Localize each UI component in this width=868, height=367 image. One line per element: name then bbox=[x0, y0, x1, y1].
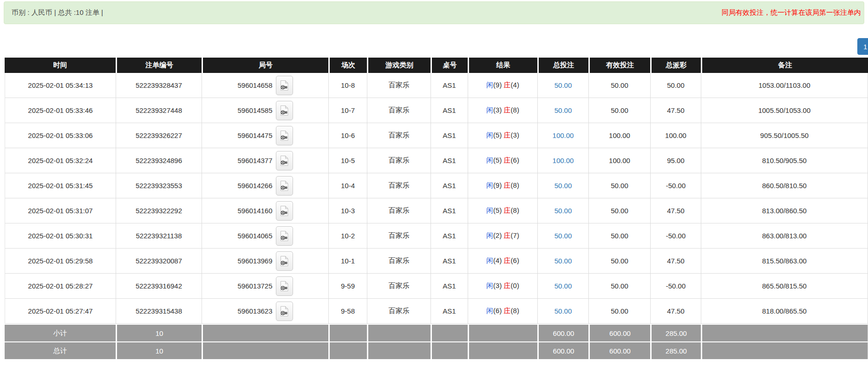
round-number-group: 596014377 bbox=[204, 151, 326, 170]
bet-record-row: 2025-02-01 05:34:13522239328437596014658… bbox=[5, 73, 868, 98]
cell-game-type: 百家乐 bbox=[367, 198, 431, 223]
subtotal-total-bet: 600.00 bbox=[537, 324, 588, 341]
cell-table-number: AS1 bbox=[431, 299, 468, 324]
cell-bet-number: 522239327448 bbox=[116, 98, 202, 123]
cell-total-payout: 47.50 bbox=[650, 98, 701, 123]
cell-total-bet: 50.00 bbox=[537, 98, 588, 123]
round-number-value: 596014266 bbox=[237, 182, 272, 190]
round-number-group: 596014160 bbox=[204, 201, 326, 221]
cell-total-bet: 50.00 bbox=[537, 299, 588, 324]
total-bet-link[interactable]: 50.00 bbox=[555, 81, 572, 89]
cell-time: 2025-02-01 05:33:46 bbox=[5, 98, 116, 123]
video-replay-button[interactable] bbox=[276, 101, 293, 120]
cell-round-number: 596013623 bbox=[202, 299, 328, 324]
cell-total-bet: 50.00 bbox=[537, 198, 588, 223]
bet-records-table: 时间注单编号局号场次游戏类别桌号结果总投注有效投注总派彩备注 2025-02-0… bbox=[5, 58, 868, 359]
cell-valid-bet: 100.00 bbox=[588, 123, 650, 148]
cell-bet-number: 522239321138 bbox=[116, 223, 202, 249]
cell-result: 闲(5) 庄(3) bbox=[468, 123, 537, 148]
column-header-total-bet: 总投注 bbox=[537, 58, 588, 73]
cell-total-payout: -50.00 bbox=[650, 274, 701, 299]
total-bet-link[interactable]: 100.00 bbox=[553, 131, 574, 139]
video-file-icon bbox=[280, 130, 289, 141]
result-player-score: (6) bbox=[493, 307, 502, 315]
result-player-label: 闲 bbox=[486, 106, 493, 114]
cell-bet-number: 522239322292 bbox=[116, 198, 202, 223]
total-bet-link[interactable]: 50.00 bbox=[555, 207, 572, 215]
column-header-table-number: 桌号 bbox=[431, 58, 468, 73]
cell-round-number: 596014585 bbox=[202, 98, 328, 123]
cell-game-type: 百家乐 bbox=[367, 148, 431, 173]
subtotal-empty-table-number bbox=[431, 324, 468, 341]
video-file-icon bbox=[280, 80, 289, 91]
cell-time: 2025-02-01 05:32:24 bbox=[5, 148, 116, 173]
video-replay-button[interactable] bbox=[276, 126, 293, 145]
total-bet-link[interactable]: 50.00 bbox=[555, 232, 572, 240]
result-banker-label: 庄 bbox=[504, 156, 511, 164]
column-header-total-payout: 总派彩 bbox=[650, 58, 701, 73]
cell-total-bet: 50.00 bbox=[537, 249, 588, 274]
currency-summary-text: 币别 : 人民币 | 总共 :10 注单 | bbox=[12, 8, 103, 17]
result-player-label: 闲 bbox=[486, 81, 493, 89]
result-player-score: (5) bbox=[493, 156, 502, 164]
result-banker-score: (6) bbox=[511, 256, 519, 264]
result-player-label: 闲 bbox=[486, 131, 493, 139]
video-replay-button[interactable] bbox=[276, 76, 293, 95]
round-number-group: 596014065 bbox=[204, 226, 326, 246]
cell-remark: 865.50/815.50 bbox=[701, 274, 868, 299]
result-player-score: (3) bbox=[493, 282, 502, 289]
video-replay-button[interactable] bbox=[276, 251, 293, 271]
column-header-time: 时间 bbox=[5, 58, 116, 73]
result-banker-score: (7) bbox=[511, 231, 519, 239]
cell-remark: 813.00/860.50 bbox=[701, 198, 868, 223]
cell-round-number: 596013969 bbox=[202, 249, 328, 274]
total-bet-link[interactable]: 50.00 bbox=[555, 282, 572, 290]
video-replay-button[interactable] bbox=[276, 201, 293, 221]
cell-bet-number: 522239315438 bbox=[116, 299, 202, 324]
column-header-session: 场次 bbox=[328, 58, 367, 73]
cell-session: 9-58 bbox=[328, 299, 367, 324]
round-number-group: 596014475 bbox=[204, 126, 326, 145]
result-player-label: 闲 bbox=[486, 181, 493, 189]
video-replay-button[interactable] bbox=[276, 151, 293, 170]
round-number-group: 596013623 bbox=[204, 301, 326, 321]
video-replay-button[interactable] bbox=[276, 276, 293, 296]
round-number-group: 596013725 bbox=[204, 276, 326, 296]
cell-total-bet: 50.00 bbox=[537, 73, 588, 98]
bet-record-row: 2025-02-01 05:28:27522239316942596013725… bbox=[5, 274, 868, 299]
cell-total-bet: 50.00 bbox=[537, 173, 588, 198]
total-bet-link[interactable]: 50.00 bbox=[555, 106, 572, 114]
cell-total-payout: 50.00 bbox=[650, 73, 701, 98]
cell-session: 10-8 bbox=[328, 73, 367, 98]
cell-round-number: 596014658 bbox=[202, 73, 328, 98]
cell-game-type: 百家乐 bbox=[367, 123, 431, 148]
total-bet-link[interactable]: 50.00 bbox=[555, 257, 572, 265]
video-replay-button[interactable] bbox=[276, 176, 293, 196]
total-bet-link[interactable]: 50.00 bbox=[555, 307, 572, 315]
cell-session: 10-7 bbox=[328, 98, 367, 123]
cell-result: 闲(9) 庄(4) bbox=[468, 73, 537, 98]
cell-session: 10-2 bbox=[328, 223, 367, 249]
result-banker-label: 庄 bbox=[504, 307, 511, 315]
cell-game-type: 百家乐 bbox=[367, 173, 431, 198]
column-header-remark: 备注 bbox=[701, 58, 868, 73]
round-number-group: 596014585 bbox=[204, 101, 326, 120]
total-empty-remark bbox=[701, 341, 868, 359]
bet-record-row: 2025-02-01 05:32:24522239324896596014377… bbox=[5, 148, 868, 173]
cell-game-type: 百家乐 bbox=[367, 223, 431, 249]
video-replay-button[interactable] bbox=[276, 226, 293, 246]
round-number-value: 596013969 bbox=[237, 257, 272, 265]
result-banker-label: 庄 bbox=[504, 106, 511, 114]
pagination-page-1-button[interactable]: 1 bbox=[857, 38, 868, 55]
total-bet-link[interactable]: 50.00 bbox=[555, 182, 572, 190]
video-replay-button[interactable] bbox=[276, 301, 293, 321]
cell-game-type: 百家乐 bbox=[367, 98, 431, 123]
cell-time: 2025-02-01 05:31:45 bbox=[5, 173, 116, 198]
cell-table-number: AS1 bbox=[431, 198, 468, 223]
cell-valid-bet: 50.00 bbox=[588, 249, 650, 274]
total-bet-link[interactable]: 100.00 bbox=[553, 157, 574, 164]
result-player-score: (9) bbox=[493, 81, 502, 89]
cell-result: 闲(5) 庄(6) bbox=[468, 148, 537, 173]
cell-remark: 863.00/813.00 bbox=[701, 223, 868, 249]
cell-table-number: AS1 bbox=[431, 123, 468, 148]
